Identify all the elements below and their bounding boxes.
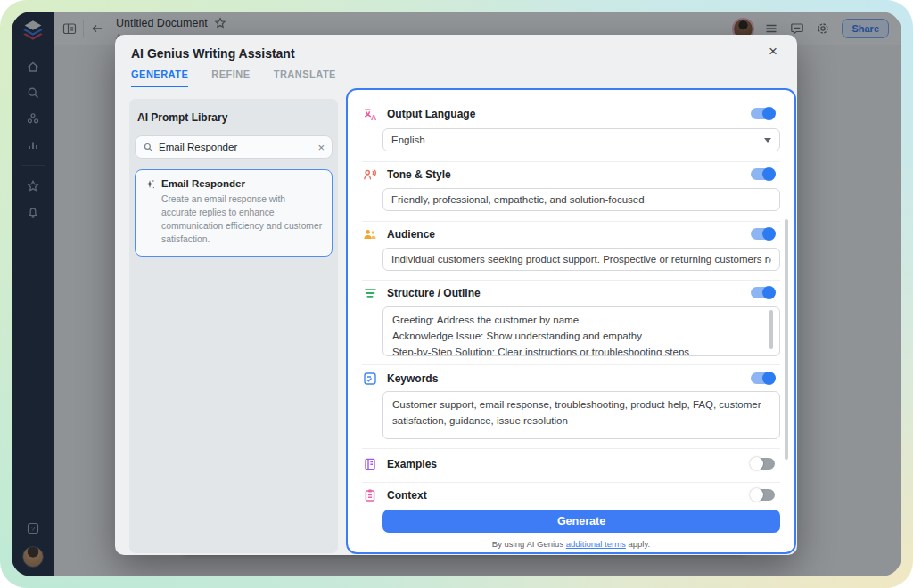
keywords-textarea[interactable]: Customer support, email response, troubl… [382,391,780,439]
section-label: Audience [387,228,435,241]
search-icon [143,142,153,152]
section-divider [362,448,780,449]
tab-refine[interactable]: REFINE [211,69,250,87]
prompt-library-panel: AI Prompt Library × Email Responder Crea… [129,99,338,553]
close-icon[interactable]: × [763,42,783,61]
audience-input[interactable] [382,248,780,271]
examples-toggle[interactable] [751,458,775,470]
tone-style-row: Tone & Style [363,167,451,182]
output-language-value: English [391,135,425,145]
keywords-toggle[interactable] [751,372,775,384]
audience-people-icon [363,227,377,241]
textarea-scrollbar[interactable] [769,310,773,349]
chevron-down-icon [764,138,771,143]
structure-toggle[interactable] [751,287,775,298]
svg-text:A: A [371,113,376,122]
modal-title: AI Genius Writing Assistant [131,46,295,61]
additional-terms-link[interactable]: additional terms [566,539,626,549]
context-row: Context [363,488,427,502]
book-icon [363,457,377,471]
prompt-card-title: Email Responder [161,178,245,189]
section-divider [362,161,780,162]
generate-settings-panel: A Output Language English Tone & Style [346,88,796,554]
section-label: Context [387,489,427,502]
modal-tabs: GENERATE REFINE TRANSLATE [131,69,336,87]
library-heading: AI Prompt Library [137,111,333,124]
examples-row: Examples [363,457,437,471]
tone-style-toggle[interactable] [751,168,775,180]
section-label: Tone & Style [387,168,451,181]
translate-icon: A [363,107,377,121]
audience-row: Audience [363,227,435,241]
terms-prefix: By using AI Genius [492,539,566,549]
terms-suffix: apply. [626,539,650,549]
prompt-card-description: Create an email response with accurate r… [161,193,323,247]
outline-lines-icon [363,286,377,300]
library-search: × [135,135,333,159]
structure-textarea[interactable]: Greeting: Address the customer by name A… [382,306,780,356]
output-language-select[interactable]: English [382,128,780,151]
prompt-card-email-responder[interactable]: Email Responder Create an email response… [135,169,333,257]
audience-toggle[interactable] [751,228,775,240]
panel-scrollbar[interactable] [785,219,788,460]
section-label: Structure / Outline [387,287,481,299]
terms-footnote: By using AI Genius additional terms appl… [348,539,794,549]
clear-search-icon[interactable]: × [317,141,325,154]
ai-genius-modal: AI Genius Writing Assistant × GENERATE R… [115,35,797,555]
section-divider [362,221,780,222]
checklist-icon [363,372,377,386]
structure-row: Structure / Outline [363,286,481,300]
gradient-frame: ? Untitled Document Ac [0,0,913,588]
clipboard-icon [363,488,377,502]
sparkle-icon [144,179,155,190]
tone-style-input[interactable] [382,188,780,211]
section-label: Output Language [387,108,475,120]
tab-translate[interactable]: TRANSLATE [274,69,336,87]
output-language-toggle[interactable] [751,108,775,119]
output-language-row: A Output Language [363,107,475,121]
voice-tone-icon [363,167,377,182]
generate-button[interactable]: Generate [382,510,780,533]
library-search-input[interactable] [159,142,312,152]
context-toggle[interactable] [751,489,775,501]
tab-generate[interactable]: GENERATE [131,69,188,87]
section-label: Examples [387,458,437,470]
section-divider [362,482,780,483]
section-divider [362,280,780,281]
section-divider [362,364,780,365]
section-label: Keywords [387,372,438,385]
app-window: ? Untitled Document Ac [12,12,901,576]
keywords-row: Keywords [363,372,438,386]
